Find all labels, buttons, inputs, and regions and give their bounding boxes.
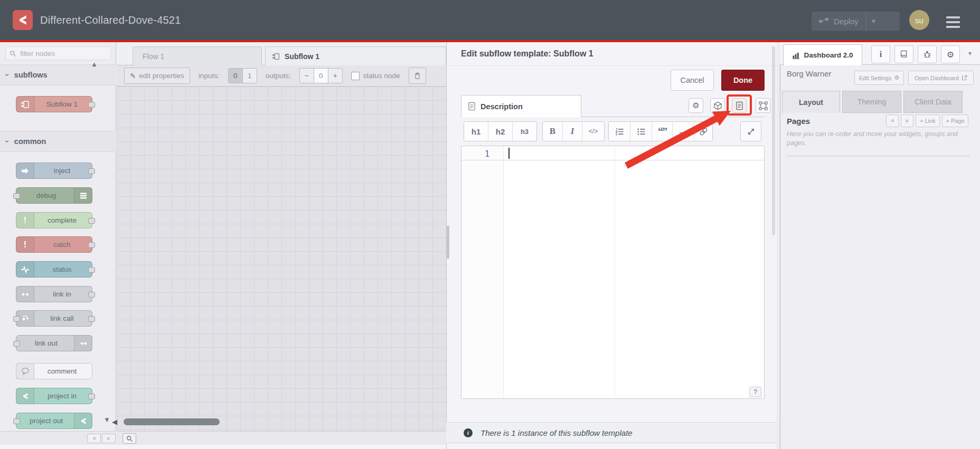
user-avatar[interactable]: su — [909, 10, 929, 30]
palette-node-subflow[interactable]: Subflow 1 — [16, 96, 92, 112]
double-chevron-up-icon: » — [889, 119, 896, 123]
node-port — [13, 316, 20, 322]
expand-all-button[interactable]: » — [102, 434, 116, 443]
deploy-caret-icon[interactable]: ▾ — [872, 16, 876, 26]
palette-node-link-call[interactable]: link call — [16, 310, 92, 327]
sidebar-menu-caret-icon[interactable]: ▾ — [968, 50, 972, 57]
horizontal-rule-button[interactable]: — — [672, 122, 694, 141]
palette-node-status[interactable]: status — [16, 261, 92, 278]
italic-button[interactable]: I — [562, 122, 582, 141]
debug-icon — [74, 188, 92, 203]
open-dashboard-button[interactable]: Open Dashboard — [908, 71, 974, 85]
palette-scroll-down-icon[interactable]: ▼ — [103, 416, 110, 424]
palette-category-subflows[interactable]: › subflows — [0, 64, 116, 85]
inputs-option-0[interactable]: 0 — [229, 69, 242, 83]
node-port — [88, 168, 95, 174]
module-properties-button[interactable] — [710, 98, 725, 113]
tab-layout[interactable]: Layout — [782, 91, 840, 113]
help-sidebar-button[interactable] — [894, 45, 913, 63]
outputs-plus-button[interactable]: + — [328, 69, 342, 83]
add-page-button[interactable]: + Page — [942, 114, 968, 127]
palette-scroll-up-icon[interactable]: ▲ — [91, 60, 98, 68]
tab-description[interactable]: Description — [461, 95, 581, 117]
tab-client-data[interactable]: Client Data — [903, 91, 963, 113]
description-editor[interactable]: 1 — [461, 146, 765, 399]
link-button[interactable] — [694, 122, 712, 141]
tab-flow-1[interactable]: Flow 1 — [133, 46, 262, 65]
scroll-left-icon[interactable]: ◀ — [112, 418, 117, 426]
link-out-icon — [74, 336, 92, 351]
tray-scrollbar[interactable] — [772, 46, 775, 235]
cancel-button[interactable]: Cancel — [671, 70, 714, 91]
h2-button[interactable]: h2 — [488, 122, 512, 141]
info-icon: i — [880, 50, 882, 59]
node-port — [88, 267, 95, 273]
palette-node-complete[interactable]: ! complete — [16, 212, 92, 228]
status-node-toggle[interactable]: status node — [351, 72, 400, 80]
code-button[interactable]: </> — [582, 122, 604, 141]
node-port — [88, 394, 95, 399]
delete-subflow-button[interactable] — [409, 68, 426, 84]
outputs-stepper[interactable]: − 0 + — [299, 68, 343, 83]
collapse-all-button[interactable]: » — [87, 434, 101, 443]
done-button[interactable]: Done — [721, 70, 765, 91]
node-port — [88, 102, 95, 108]
h3-button[interactable]: h3 — [512, 122, 536, 141]
inject-icon — [16, 163, 34, 178]
expand-icon — [747, 128, 755, 136]
book-icon — [900, 50, 908, 59]
config-sidebar-button[interactable]: ⚙ — [941, 45, 960, 63]
palette-node-link-in[interactable]: link in — [16, 286, 92, 302]
move-down-button[interactable]: » — [901, 114, 913, 127]
node-port — [88, 292, 95, 298]
ordered-list-button[interactable] — [609, 122, 630, 141]
unordered-list-button[interactable] — [630, 122, 652, 141]
move-up-button[interactable]: » — [886, 114, 899, 127]
bold-button[interactable]: B — [543, 122, 562, 141]
horizontal-scrollbar[interactable] — [124, 418, 220, 425]
pages-help-text: Here you can re-order and move your widg… — [787, 130, 970, 148]
external-link-icon — [962, 75, 967, 81]
palette-category-common[interactable]: › common — [0, 131, 116, 152]
info-sidebar-button[interactable]: i — [871, 45, 890, 63]
palette-node-project-in[interactable]: project in — [16, 388, 92, 404]
editor-help-button[interactable]: ? — [749, 387, 761, 397]
inputs-option-1[interactable]: 1 — [242, 69, 257, 83]
bar-chart-icon — [792, 52, 800, 59]
node-port — [88, 316, 95, 322]
search-flows-button[interactable] — [123, 433, 136, 444]
palette-node-link-out[interactable]: link out — [16, 335, 92, 351]
expand-editor-button[interactable] — [740, 121, 761, 141]
workspace-canvas[interactable] — [117, 87, 446, 431]
edit-settings-button[interactable]: Edit Settings ⚙ — [854, 71, 904, 85]
appearance-button[interactable] — [756, 98, 770, 113]
debug-sidebar-button[interactable] — [918, 45, 937, 63]
inputs-label: inputs: — [199, 72, 220, 80]
palette-search-input[interactable]: filter nodes — [5, 46, 111, 60]
tab-dashboard-2[interactable]: Dashboard 2.0 — [783, 44, 862, 65]
node-red-logo-icon — [13, 10, 33, 30]
outputs-value: 0 — [314, 69, 328, 83]
main-menu-button[interactable] — [946, 14, 960, 31]
status-node-checkbox[interactable] — [351, 72, 360, 80]
node-red-icon — [16, 388, 34, 404]
outputs-minus-button[interactable]: − — [300, 69, 314, 83]
blockquote-button[interactable]: “” — [652, 122, 672, 141]
palette-node-comment[interactable]: comment — [16, 363, 92, 379]
subflow-settings-button[interactable]: ⚙ — [689, 98, 703, 113]
exclamation-icon: ! — [16, 237, 34, 252]
palette-search-placeholder: filter nodes — [20, 50, 55, 58]
edit-properties-button[interactable]: ✎ edit properties — [124, 68, 190, 84]
tab-theming[interactable]: Theming — [842, 91, 901, 113]
palette-node-inject[interactable]: inject — [16, 163, 92, 179]
inputs-toggle[interactable]: 0 1 — [228, 68, 257, 83]
palette-node-catch[interactable]: ! catch — [16, 236, 92, 253]
tab-subflow-1[interactable]: Subflow 1 — [265, 46, 446, 65]
palette-node-debug[interactable]: debug — [16, 187, 92, 204]
editor-print-margin — [615, 147, 615, 398]
deploy-button[interactable]: Deploy ▾ — [812, 12, 900, 31]
tray-resize-grip[interactable] — [447, 226, 449, 259]
add-link-button[interactable]: + Link — [916, 114, 940, 127]
palette-node-project-out[interactable]: project out — [16, 413, 92, 429]
h1-button[interactable]: h1 — [464, 122, 488, 141]
